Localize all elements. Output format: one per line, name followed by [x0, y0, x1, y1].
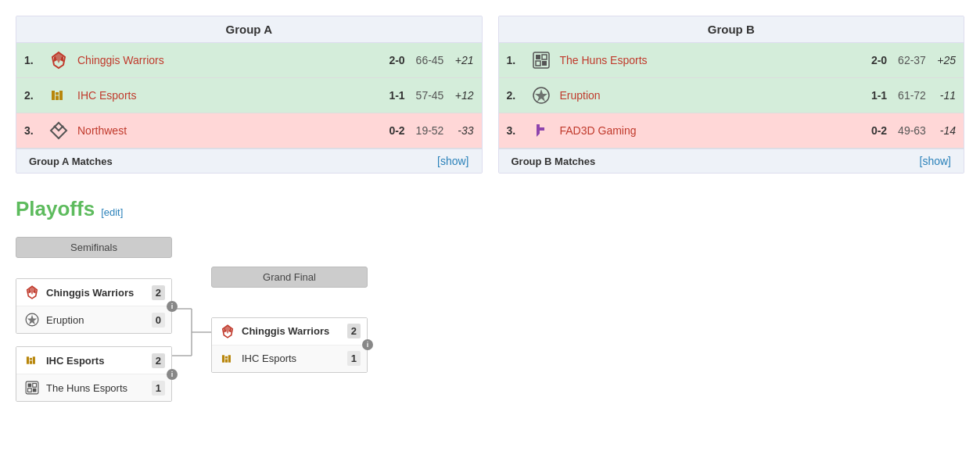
group-footer-label: Group B Matches [512, 156, 596, 167]
group-row-1-0: 1. The Huns Esports 2-0 62-37 +25 [499, 43, 964, 78]
svg-rect-21 [28, 388, 32, 392]
svg-rect-17 [30, 360, 32, 361]
team-logo-ihc [46, 83, 71, 108]
svg-rect-3 [59, 91, 63, 100]
svg-rect-31 [225, 358, 228, 360]
svg-rect-27 [222, 355, 224, 362]
semi-team-row-0-1: Eruption 0 [16, 306, 171, 333]
grand-final-header: Grand Final [211, 267, 368, 288]
team-kills: 19-52 [415, 124, 446, 137]
group-row-0-2: 3. Northwest 0-2 19-52 -33 [16, 113, 482, 149]
svg-rect-7 [536, 55, 540, 59]
team-name: FAD3D Gaming [560, 124, 869, 137]
svg-rect-1 [56, 92, 59, 95]
team-wl: 0-2 [386, 124, 408, 137]
team-kills: 57-45 [415, 89, 446, 102]
svg-rect-20 [33, 384, 37, 388]
team-name: The Huns Esports [560, 54, 869, 66]
group-footer-1: Group B Matches [show] [499, 149, 964, 173]
group-row-0-0: 1. Chinggis Warriors 2-0 66-45 +21 [16, 43, 482, 78]
svg-rect-0 [52, 91, 55, 100]
match-logo-eruption [23, 310, 41, 329]
svg-rect-15 [30, 361, 32, 364]
semi-matches: Chinggis Warriors 2 Eruption 0 i IHC Esp… [16, 278, 172, 402]
team-wl: 1-1 [386, 89, 408, 102]
team-logo-huns [529, 48, 554, 73]
group-table-1: Group B 1. The Huns Esports 2-0 62-37 +2… [498, 16, 965, 174]
match-team-name: IHC Esports [242, 353, 343, 364]
svg-rect-10 [542, 61, 547, 66]
svg-rect-29 [225, 359, 228, 362]
semifinals-column: Semifinals Chinggis Warriors 2 Eruption … [16, 237, 172, 402]
semi-info-dot-0[interactable]: i [167, 301, 178, 312]
match-logo-ihc [218, 349, 237, 368]
svg-rect-28 [225, 356, 228, 357]
match-score: 1 [152, 381, 165, 396]
team-rank: 3. [507, 124, 522, 137]
team-diff: +12 [451, 89, 474, 102]
group-header-1: Group B [499, 16, 964, 43]
team-wl: 2-0 [386, 54, 408, 66]
team-name: Chinggis Warriors [77, 54, 386, 66]
semi-info-dot-1[interactable]: i [167, 369, 178, 380]
team-name: Northwest [77, 124, 386, 137]
semi-match-wrapper-0: Chinggis Warriors 2 Eruption 0 i [16, 278, 172, 334]
group-row-1-1: 2. Eruption 1-1 61-72 -11 [499, 78, 964, 113]
semi-team-row-1-1: The Huns Esports 1 [16, 374, 171, 401]
team-kills: 49-63 [896, 124, 928, 137]
bracket-connector-left [172, 260, 211, 379]
grand-final-match-wrapper: Chinggis Warriors 2 IHC Esports 1 i [211, 317, 368, 373]
team-diff: +25 [932, 54, 956, 66]
match-logo-chinggis [218, 322, 237, 341]
match-team-name: Chinggis Warriors [46, 287, 147, 299]
group-row-1-2: 3. FAD3D Gaming 0-2 49-63 -14 [499, 113, 964, 149]
match-team-name: The Huns Esports [46, 382, 147, 394]
grand-final-match: Chinggis Warriors 2 IHC Esports 1 [211, 317, 368, 373]
svg-rect-2 [56, 96, 59, 100]
match-team-name: Chinggis Warriors [242, 325, 343, 337]
semi-match-0: Chinggis Warriors 2 Eruption 0 [16, 278, 172, 334]
svg-rect-13 [27, 356, 29, 363]
svg-rect-19 [28, 384, 32, 388]
groups-container: Group A 1. Chinggis Warriors 2-0 66-45 +… [16, 16, 964, 174]
group-table-0: Group A 1. Chinggis Warriors 2-0 66-45 +… [16, 16, 483, 174]
team-rank: 1. [507, 54, 522, 66]
semi-match-wrapper-1: IHC Esports 2 The Huns Esports 1 i [16, 346, 172, 402]
group-footer-0: Group A Matches [show] [16, 149, 482, 173]
svg-rect-14 [30, 358, 32, 360]
team-logo-fad3d [529, 118, 554, 143]
group-show-link[interactable]: [show] [920, 155, 951, 167]
group-header-0: Group A [16, 16, 482, 43]
team-wl: 2-0 [868, 54, 890, 66]
playoffs-section: Playoffs [edit] Semifinals Chinggis Warr… [16, 197, 964, 402]
semifinals-header: Semifinals [16, 237, 172, 258]
svg-rect-22 [33, 388, 37, 392]
match-team-name: Eruption [46, 314, 147, 326]
grand-final-column: Grand Final Chinggis Warriors 2 IHC Espo… [211, 267, 368, 373]
match-team-name: IHC Esports [46, 355, 147, 367]
team-diff: +21 [451, 54, 474, 66]
grand-final-info-dot[interactable]: i [362, 339, 373, 350]
team-kills: 61-72 [896, 89, 928, 102]
svg-rect-4 [56, 95, 59, 96]
team-diff: -11 [932, 89, 956, 102]
team-diff: -33 [451, 124, 474, 137]
match-score: 2 [347, 324, 361, 338]
gf-team-row-1: IHC Esports 1 [212, 345, 367, 372]
team-logo-northwest [46, 118, 71, 143]
group-row-0-1: 2. IHC Esports 1-1 57-45 +12 [16, 78, 482, 113]
match-score: 1 [347, 351, 361, 366]
match-score: 0 [152, 313, 165, 328]
bracket-layout: Semifinals Chinggis Warriors 2 Eruption … [16, 237, 964, 402]
group-show-link[interactable]: [show] [437, 155, 468, 167]
svg-rect-30 [228, 355, 231, 362]
team-logo-eruption [529, 83, 554, 108]
team-wl: 1-1 [868, 89, 890, 102]
team-rank: 1. [24, 54, 40, 66]
gf-team-row-0: Chinggis Warriors 2 [212, 318, 367, 345]
team-logo-chinggis [46, 48, 71, 73]
team-diff: -14 [932, 124, 956, 137]
match-logo-ihc [23, 351, 41, 370]
match-score: 2 [152, 353, 165, 368]
playoffs-edit-link[interactable]: [edit] [101, 206, 123, 218]
